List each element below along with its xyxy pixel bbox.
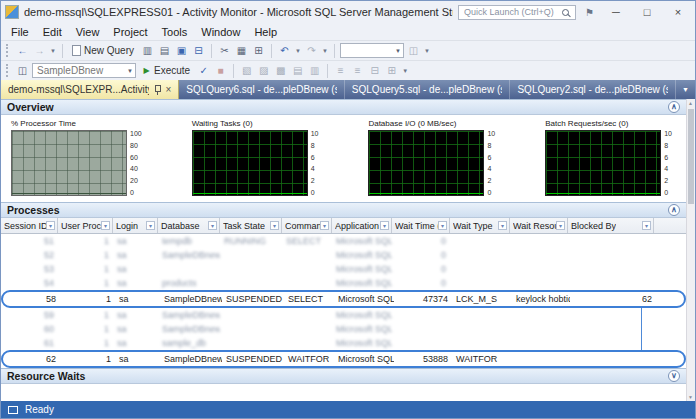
copy-icon[interactable]: ▦ [234, 43, 249, 59]
close-tab-icon[interactable]: × [165, 84, 171, 95]
resource-waits-section-header[interactable]: Resource Waits ∨ [1, 368, 686, 384]
column-header-wait-type[interactable]: Wait Type▾ [450, 218, 510, 233]
parse-icon[interactable]: ✓ [196, 63, 211, 79]
pin-icon[interactable] [153, 84, 161, 95]
properties-window-icon[interactable]: ◫ [406, 43, 421, 59]
new-database-query-icon[interactable]: ▥ [140, 43, 155, 59]
table-row[interactable]: 581saSampleDBnewSUSPENDEDSELECTMicrosoft… [1, 290, 686, 308]
filter-dropdown-icon[interactable]: ▾ [498, 221, 507, 230]
table-row[interactable]: 531saMicrosoft SQL S...0 [1, 262, 686, 276]
menu-item-help[interactable]: Help [247, 25, 284, 39]
filter-dropdown-icon[interactable]: ▾ [320, 221, 329, 230]
save-icon[interactable]: ▣ [174, 43, 189, 59]
available-databases-combo[interactable]: SampleDBnew ▼ [32, 63, 136, 78]
column-header-wait-time-[interactable]: Wait Time (...▾ [392, 218, 450, 233]
new-query-button[interactable]: New Query [68, 43, 138, 59]
minimize-button[interactable]: ─ [603, 2, 629, 22]
navigate-back-icon[interactable]: ← [15, 43, 30, 59]
column-header-database[interactable]: Database▾ [158, 218, 220, 233]
column-header-blocked-by[interactable]: Blocked By▾ [568, 218, 654, 233]
column-header-user-process[interactable]: User Process▾ [58, 218, 113, 233]
column-header-task-state[interactable]: Task State▾ [220, 218, 282, 233]
column-header-command[interactable]: Command▾ [282, 218, 332, 233]
redo-icon[interactable]: ↷ [304, 43, 319, 59]
toolbar-grip[interactable] [6, 44, 9, 57]
table-cell: 1 [58, 248, 113, 262]
table-cell [282, 322, 332, 336]
execute-button[interactable]: ▶ Execute [138, 63, 194, 79]
filter-dropdown-icon[interactable]: ▾ [380, 221, 389, 230]
navigate-forward-icon[interactable]: → [32, 43, 47, 59]
filter-dropdown-icon[interactable]: ▾ [146, 221, 155, 230]
toolbar-combo[interactable]: ▼ [340, 43, 404, 58]
filter-dropdown-icon[interactable]: ▾ [101, 221, 110, 230]
vertical-scrollbar[interactable] [686, 99, 695, 401]
save-all-icon[interactable]: ⊟ [191, 43, 206, 59]
column-header-login[interactable]: Login▾ [113, 218, 158, 233]
table-row[interactable]: 621saSampleDBnewSUSPENDEDWAITFORMicrosof… [1, 350, 686, 368]
overview-collapse-icon[interactable]: ∧ [668, 101, 680, 113]
redo-dropdown-icon[interactable]: ▼ [321, 43, 329, 59]
toolbar-grip[interactable] [6, 64, 9, 77]
filter-dropdown-icon[interactable]: ▾ [438, 221, 447, 230]
close-button[interactable]: × [665, 2, 691, 22]
overview-section-header[interactable]: Overview ∧ [1, 99, 686, 115]
table-row[interactable]: 541saproductsMicrosoft SQL S...0 [1, 276, 686, 290]
menu-item-file[interactable]: File [4, 25, 36, 39]
quick-launch-box[interactable]: Quick Launch (Ctrl+Q) [458, 5, 576, 20]
menu-item-view[interactable]: View [69, 25, 107, 39]
navigation-dropdown-icon[interactable]: ▼ [49, 43, 57, 59]
toolbar-overflow-icon[interactable]: ▼ [401, 63, 409, 79]
menu-item-edit[interactable]: Edit [36, 25, 69, 39]
live-stats-icon[interactable]: ▥ [307, 63, 322, 79]
processes-section-header[interactable]: Processes ∧ [1, 202, 686, 218]
toolbar-overflow-icon[interactable]: ▼ [423, 43, 431, 59]
column-header-application[interactable]: Application▾ [332, 218, 392, 233]
change-connection-icon[interactable]: ◫ [15, 63, 30, 79]
table-cell [568, 234, 654, 248]
cut-icon[interactable]: ✂ [217, 43, 232, 59]
table-row[interactable]: 601saSampleDBnewMicrosoft SQL S... [1, 322, 686, 336]
document-tab[interactable]: SQLQuery5.sql - de...pleDBnew (sa (54))* [345, 80, 511, 99]
processes-collapse-icon[interactable]: ∧ [668, 204, 680, 216]
scrollbar-thumb[interactable] [688, 109, 694, 204]
tab-list-dropdown-icon[interactable]: ▼ [676, 86, 695, 93]
filter-dropdown-icon[interactable]: ▾ [46, 221, 55, 230]
table-cell [282, 308, 332, 322]
increase-indent-icon[interactable]: ⊞ [384, 63, 399, 79]
uncomment-icon[interactable]: ≡ [350, 63, 365, 79]
undo-icon[interactable]: ↶ [277, 43, 292, 59]
results-pane-icon[interactable]: ▧ [239, 63, 254, 79]
table-row[interactable]: 611sasample_dbMicrosoft SQL S... [1, 336, 686, 350]
document-tab[interactable]: SQLQuery2.sql - de...pleDBnew (sa (62))* [510, 80, 676, 99]
table-cell: Microsoft SQL S... [332, 234, 392, 248]
actual-plan-icon[interactable]: ▤ [290, 63, 305, 79]
table-row[interactable]: 591saSampleDBnewMicrosoft SQL S... [1, 308, 686, 322]
feedback-icon[interactable]: ⚑ [581, 7, 598, 18]
filter-dropdown-icon[interactable]: ▾ [208, 221, 217, 230]
resource-waits-collapse-icon[interactable]: ∨ [668, 370, 680, 382]
table-cell [510, 336, 568, 350]
decrease-indent-icon[interactable]: ⊟ [367, 63, 382, 79]
comment-out-icon[interactable]: ≡ [333, 63, 348, 79]
table-row[interactable]: 511satempdbRUNNINGSELECTMicrosoft SQL S.… [1, 234, 686, 248]
open-file-icon[interactable]: ▤ [157, 43, 172, 59]
scale-label: 4 [664, 165, 672, 172]
document-tab[interactable]: SQLQuery6.sql - de...pleDBnew (sa (58))* [179, 80, 345, 99]
menu-item-tools[interactable]: Tools [155, 25, 195, 39]
filter-dropdown-icon[interactable]: ▾ [270, 221, 279, 230]
column-header-wait-resource[interactable]: Wait Resource▾ [510, 218, 568, 233]
undo-dropdown-icon[interactable]: ▼ [294, 43, 302, 59]
query-options-icon[interactable]: ▨ [256, 63, 271, 79]
cancel-query-icon[interactable]: ■ [213, 63, 228, 79]
column-header-session-id[interactable]: Session ID▾ [1, 218, 58, 233]
estimated-plan-icon[interactable]: ▩ [273, 63, 288, 79]
menu-item-project[interactable]: Project [106, 25, 154, 39]
filter-dropdown-icon[interactable]: ▾ [556, 221, 565, 230]
filter-dropdown-icon[interactable]: ▾ [642, 221, 651, 230]
paste-icon[interactable]: ⊞ [251, 43, 266, 59]
document-tab[interactable]: demo-mssql\SQLEXPR...Activity Monitor× [1, 80, 179, 99]
table-row[interactable]: 521saSampleDBnewMicrosoft SQL S...0 [1, 248, 686, 262]
restore-button[interactable]: □ [634, 2, 660, 22]
menu-item-window[interactable]: Window [194, 25, 247, 39]
